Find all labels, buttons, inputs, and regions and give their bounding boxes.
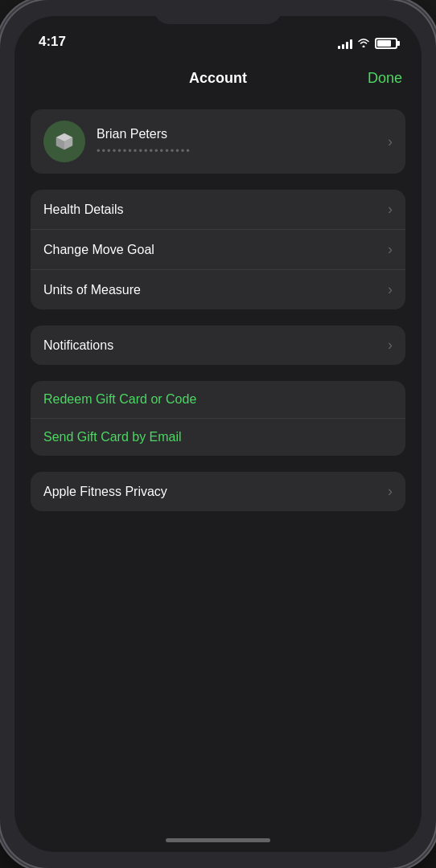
settings-group: Health Details › Change Move Goal › Unit… [31,190,405,309]
change-move-goal-label: Change Move Goal [43,243,154,257]
notifications-group: Notifications › [31,326,405,365]
signal-icon [338,38,352,49]
health-details-chevron-icon: › [388,201,393,218]
battery-icon [375,38,397,49]
notifications-chevron-icon: › [388,337,393,354]
privacy-group: Apple Fitness Privacy › [31,472,405,511]
units-of-measure-label: Units of Measure [43,283,141,297]
profile-row[interactable]: Brian Peters •••••••••••••••••• › [31,109,405,174]
change-move-goal-chevron-icon: › [388,241,393,258]
profile-email: •••••••••••••••••• [97,145,376,157]
avatar [43,121,85,162]
units-of-measure-chevron-icon: › [388,281,393,298]
status-icons [338,37,397,50]
nav-title: Account [189,70,247,87]
change-move-goal-row[interactable]: Change Move Goal › [31,229,405,269]
redeem-gift-card-row[interactable]: Redeem Gift Card or Code [31,381,405,418]
phone-frame: 4:17 [0,0,436,868]
notifications-label: Notifications [43,338,113,353]
phone-screen: 4:17 [14,16,422,852]
home-bar [166,838,270,842]
profile-chevron-icon: › [388,133,393,150]
units-of-measure-row[interactable]: Units of Measure › [31,269,405,309]
apple-fitness-privacy-chevron-icon: › [388,483,393,500]
status-time: 4:17 [39,34,66,50]
profile-info: Brian Peters •••••••••••••••••• [97,127,376,157]
giftcards-group: Redeem Gift Card or Code Send Gift Card … [31,381,405,456]
health-details-label: Health Details [43,203,124,217]
wifi-icon [357,37,370,50]
apple-fitness-privacy-row[interactable]: Apple Fitness Privacy › [31,472,405,511]
nav-bar: Account Done [14,56,422,100]
done-button[interactable]: Done [368,70,402,87]
home-indicator [14,828,422,852]
apple-fitness-privacy-label: Apple Fitness Privacy [43,485,167,499]
notifications-row[interactable]: Notifications › [31,326,405,365]
profile-name: Brian Peters [97,127,376,141]
redeem-gift-card-label: Redeem Gift Card or Code [43,392,196,407]
profile-card: Brian Peters •••••••••••••••••• › [31,109,405,174]
health-details-row[interactable]: Health Details › [31,190,405,229]
send-gift-card-row[interactable]: Send Gift Card by Email [31,418,405,456]
notch [154,0,282,24]
send-gift-card-label: Send Gift Card by Email [43,430,182,444]
battery-fill [377,40,391,47]
content-area: Brian Peters •••••••••••••••••• › Health… [14,100,422,828]
